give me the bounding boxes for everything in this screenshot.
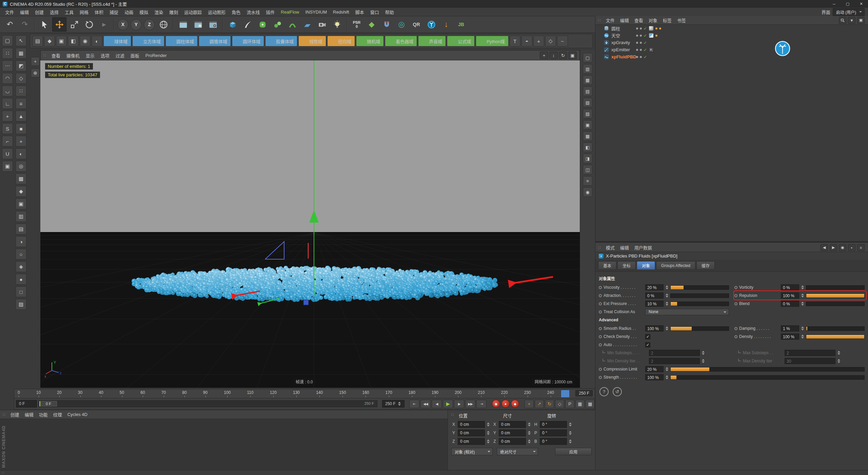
apply-button[interactable]: 应用 xyxy=(555,448,592,455)
capsule-field-button[interactable]: 胶囊体域 xyxy=(265,36,297,46)
field-freeze-icon[interactable]: ◉ xyxy=(80,36,91,46)
density-slider[interactable] xyxy=(806,335,865,339)
console-panel-icon[interactable]: ≡ xyxy=(583,176,592,186)
keyframe-dot-icon[interactable] xyxy=(734,294,737,297)
environment-button[interactable] xyxy=(300,17,314,32)
play-button[interactable]: ▶ xyxy=(443,400,453,408)
attribute-manager-menu-item[interactable]: 编辑 xyxy=(617,244,632,251)
cone-field-button[interactable]: 圆锥体域 xyxy=(199,36,231,46)
wave-tool-icon[interactable]: ~ xyxy=(557,36,568,46)
sphere-tool-icon[interactable]: ◓ xyxy=(521,36,532,46)
viewport-menu-item[interactable]: 面板 xyxy=(127,52,142,59)
next-key-button[interactable]: ▶▶ xyxy=(465,400,475,408)
keyframe-dot-icon[interactable] xyxy=(734,327,737,330)
density-field[interactable]: 100 % xyxy=(781,334,799,340)
last-tool-button[interactable]: ▸ xyxy=(97,17,111,32)
material-menu-item[interactable]: 功能 xyxy=(36,411,51,418)
position-field[interactable]: 0 cm xyxy=(458,421,485,428)
keyframe-dot-icon[interactable] xyxy=(599,343,602,346)
redo-button[interactable]: ↷ xyxy=(18,17,32,32)
ext-pressure-field[interactable]: 10 % xyxy=(645,301,664,307)
axis-mode-icon[interactable]: + xyxy=(16,136,26,147)
position-field[interactable]: 0 cm xyxy=(458,430,485,436)
render-settings-button[interactable] xyxy=(206,17,220,32)
download-button[interactable]: ↓ xyxy=(439,17,453,32)
jb-plugin-button[interactable]: JB xyxy=(454,17,468,32)
attraction-slider[interactable] xyxy=(670,293,729,298)
enabled-check-icon[interactable]: ✓ xyxy=(644,26,647,31)
zoom-view-icon[interactable]: ↕ xyxy=(549,52,558,59)
render-visibility-dot[interactable] xyxy=(640,35,642,37)
layer-dot[interactable] xyxy=(659,27,661,30)
viewport-menu-item[interactable]: ProRender xyxy=(142,52,170,59)
grid-snap-icon[interactable]: ▩ xyxy=(16,173,26,184)
viewport-menu-item[interactable]: 选项 xyxy=(98,52,113,59)
quantize-button[interactable]: ◆ xyxy=(364,17,379,32)
deformer-toggle-icon[interactable]: ◈ xyxy=(16,261,26,272)
auto-checkbox[interactable]: ✓ xyxy=(645,342,650,347)
dock-wrench-icon[interactable]: ⌐ xyxy=(2,136,13,147)
panel-menu-icon[interactable]: ▣ xyxy=(857,17,865,24)
stepper[interactable] xyxy=(665,375,669,379)
camera-toggle-icon[interactable]: ◉ xyxy=(583,187,592,197)
keyframe-dot-icon[interactable] xyxy=(599,327,602,330)
viscosity-slider[interactable] xyxy=(670,285,729,290)
field-solid-icon[interactable]: ◆ xyxy=(44,36,55,46)
enabled-check-icon[interactable]: ✓ xyxy=(644,55,647,59)
cylinder-field-button[interactable]: 圆柱体域 xyxy=(165,36,198,46)
size-field[interactable]: 0 cm xyxy=(499,430,526,436)
autokey-button[interactable]: ● xyxy=(501,400,510,408)
maximize-button[interactable]: ▢ xyxy=(841,0,854,8)
menu-item[interactable]: RealFlow xyxy=(278,8,302,16)
layers-icon[interactable]: ▨ xyxy=(583,109,592,118)
menu-item[interactable]: 窗口 xyxy=(367,8,382,16)
size-mode-dropdown[interactable]: 绝对尺寸 xyxy=(497,448,538,455)
ext-pressure-slider[interactable] xyxy=(670,302,729,306)
undo-button[interactable]: ↶ xyxy=(3,17,17,32)
stepper[interactable] xyxy=(569,439,572,443)
keyframe-dot-icon[interactable] xyxy=(599,335,602,338)
cube-field-button[interactable]: 立方体域 xyxy=(132,36,164,46)
scale-tool-button[interactable] xyxy=(67,17,81,32)
repulsion-slider[interactable] xyxy=(806,293,865,298)
add-cube-button[interactable] xyxy=(225,17,240,32)
stepper[interactable] xyxy=(665,293,669,298)
am-menu-icon[interactable]: ≡ xyxy=(857,244,865,251)
display-filter-icon[interactable]: ▥ xyxy=(16,211,26,222)
smooth-radius-field[interactable]: 100 % xyxy=(645,325,664,331)
field-box-icon[interactable]: ▣ xyxy=(56,36,67,46)
search-icon[interactable] xyxy=(839,17,846,24)
object-row-cylinder[interactable]: 圆柱 ✓ xyxy=(595,25,868,32)
keyframe-dot-icon[interactable] xyxy=(599,302,602,305)
polygons-mode-icon[interactable]: ▲ xyxy=(16,111,26,121)
menu-item[interactable]: 模拟 xyxy=(136,8,151,16)
viewport-menu-item[interactable]: 过滤 xyxy=(113,52,127,59)
next-frame-button[interactable]: ▶ xyxy=(454,400,464,408)
channels-icon[interactable]: ▧ xyxy=(583,98,592,107)
timeline-slider-handle[interactable]: 0 F xyxy=(39,401,57,406)
subdivision-surface-button[interactable] xyxy=(255,17,270,32)
generator-button[interactable] xyxy=(270,17,284,32)
damping-slider[interactable] xyxy=(806,326,865,331)
content-browser-icon[interactable]: ▦ xyxy=(583,75,592,85)
stepper[interactable] xyxy=(665,367,669,371)
keyframe-dot-icon[interactable] xyxy=(734,286,737,289)
rotation-field[interactable]: 0 ° xyxy=(540,421,567,428)
stepper[interactable] xyxy=(801,293,804,298)
blend-slider[interactable] xyxy=(806,302,865,306)
compositing-tag-icon[interactable] xyxy=(649,33,654,38)
menu-item[interactable]: 选择 xyxy=(47,8,62,16)
generator-toggle-icon[interactable]: ○ xyxy=(16,249,26,260)
tab-basic[interactable]: 基本 xyxy=(598,261,616,270)
tab-groups-affected[interactable]: Groups Affected xyxy=(656,261,695,270)
material-menu-item[interactable]: Cycles 4D xyxy=(65,411,90,418)
record-button[interactable]: ◉ xyxy=(492,400,500,408)
compression-limit-field[interactable]: 20 % xyxy=(645,366,664,372)
menu-item[interactable]: 帮助 xyxy=(382,8,397,16)
falloff-icon[interactable]: ● xyxy=(16,274,26,285)
viewport-menu-item[interactable]: 显示 xyxy=(83,52,98,59)
perspective-viewport[interactable]: Number of emitters: 1 Total live particl… xyxy=(40,60,580,388)
formula-field-button[interactable]: 公式域 xyxy=(447,36,475,46)
blend-field[interactable]: 0 % xyxy=(781,301,799,307)
current-frame-field[interactable]: 0 F xyxy=(16,400,37,407)
